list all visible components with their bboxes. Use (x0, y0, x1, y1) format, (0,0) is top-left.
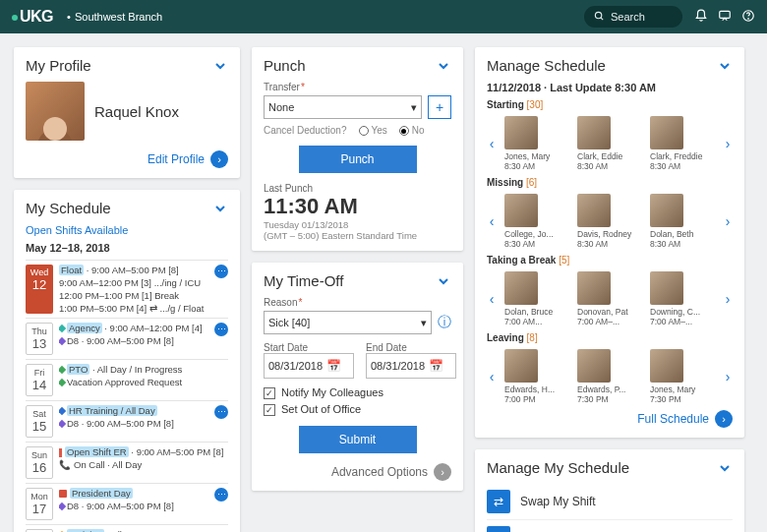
chevron-right-icon[interactable]: › (723, 213, 733, 229)
chevron-left-icon[interactable]: ‹ (487, 136, 497, 151)
mms-item[interactable]: ⇄Swap My Shift (487, 484, 733, 520)
day-chip: Sun16 (26, 446, 53, 479)
schedule-line: 1:00 PM–5:00 PM [4] ⇄ .../g / Float (59, 303, 208, 314)
punch-button[interactable]: Punch (299, 146, 417, 173)
branch-selector[interactable]: • Southwest Branch (67, 11, 162, 23)
submit-button[interactable]: Submit (299, 426, 417, 453)
schedule-line: D8 · 9:00 AM–5:00 PM [8] (59, 418, 208, 429)
search-input[interactable]: Search (584, 6, 682, 28)
last-punch-label: Last Punch (264, 183, 451, 194)
info-icon[interactable]: ⓘ (438, 314, 451, 331)
avatar (650, 271, 683, 305)
schedule-line: Open Shift ER · 9:00 AM–5:00 PM [8] (59, 446, 228, 457)
add-transfer-button[interactable]: + (428, 95, 451, 119)
my-schedule-card: My Schedule Open Shifts Available May 12… (14, 190, 240, 532)
avatar (504, 116, 538, 149)
schedule-range: May 12–18, 2018 (26, 242, 228, 254)
avatar (577, 194, 611, 227)
section-header: Leaving [8] (487, 332, 733, 343)
last-punch-time: 11:30 AM (264, 194, 451, 219)
card-title: Manage Schedule (487, 57, 606, 74)
schedule-line: Vacation Approved Request (59, 377, 228, 387)
avatar (650, 116, 683, 149)
schedule-line: President Day (59, 488, 208, 499)
help-icon[interactable] (741, 9, 755, 26)
employee-chip[interactable]: Jones, Mary8:30 AM (504, 116, 567, 171)
schedule-line: 12:00 PM–1:00 PM [1] Break (59, 290, 208, 301)
calendar-icon: 📅 (326, 359, 341, 373)
cancel-deduction-label: Cancel Deduction? (264, 125, 347, 136)
chevron-down-icon[interactable] (212, 58, 228, 74)
transfer-label: Transfer* (264, 82, 451, 92)
employee-chip[interactable]: Clark, Eddie8:30 AM (577, 116, 640, 171)
action-icon: ⇄ (487, 490, 510, 513)
more-icon[interactable]: ⋯ (214, 323, 228, 336)
page-title: My Profile (26, 57, 91, 74)
advanced-options-link[interactable]: Advanced Options › (264, 463, 451, 481)
schedule-line: HR Training / All Day (59, 405, 208, 416)
avatar (26, 82, 85, 141)
employee-chip[interactable]: Clark, Freddie8:30 AM (650, 116, 713, 171)
schedule-day[interactable]: Mon17President DayD8 · 9:00 AM–5:00 PM [… (26, 483, 228, 524)
more-icon[interactable]: ⋯ (214, 405, 228, 419)
more-icon[interactable]: ⋯ (214, 265, 228, 278)
employee-chip[interactable]: Downing, C...7:00 AM–... (650, 271, 713, 326)
notify-checkbox[interactable]: ✓Notify My Colleagues (264, 386, 451, 399)
chevron-down-icon[interactable] (212, 201, 228, 216)
schedule-day[interactable]: Sun16Open Shift ER · 9:00 AM–5:00 PM [8]… (26, 442, 228, 483)
ooo-checkbox[interactable]: ✓Set Out of Office (264, 403, 451, 416)
chevron-left-icon[interactable]: ‹ (487, 291, 497, 307)
chevron-down-icon[interactable] (436, 273, 451, 289)
last-punch-date: Tuesday 01/13/2018 (264, 219, 451, 230)
open-shifts-link[interactable]: Open Shifts Available (26, 224, 228, 236)
schedule-line: PTO · All Day / In Progress (59, 364, 228, 375)
feedback-icon[interactable] (718, 9, 732, 26)
employee-chip[interactable]: College, Jo...8:30 AM (504, 194, 567, 249)
start-date-input[interactable]: 08/31/2018📅 (264, 353, 354, 379)
employee-chip[interactable]: Donovan, Pat7:00 AM–... (577, 271, 640, 326)
employee-chip[interactable]: Dolan, Beth8:30 AM (650, 194, 713, 249)
chevron-left-icon[interactable]: ‹ (487, 213, 497, 229)
edit-profile-link[interactable]: Edit Profile › (26, 150, 228, 168)
radio-yes[interactable]: Yes (359, 125, 387, 136)
employee-chip[interactable]: Edwards, P...7:30 PM (577, 349, 640, 404)
reason-select[interactable]: Sick [40]▾ (264, 311, 432, 334)
chevron-right-icon[interactable]: › (723, 136, 733, 151)
end-date-input[interactable]: 08/31/2018📅 (366, 353, 456, 379)
transfer-select[interactable]: None▾ (264, 95, 422, 119)
chevron-down-icon[interactable] (717, 58, 733, 74)
schedule-day[interactable]: Sat15HR Training / All DayD8 · 9:00 AM–5… (26, 400, 228, 442)
radio-no[interactable]: No (399, 125, 425, 136)
schedule-line: Agency · 9:00 AM–12:00 PM [4] (59, 323, 208, 333)
full-schedule-link[interactable]: Full Schedule › (487, 410, 733, 428)
start-date-label: Start Date (264, 342, 354, 353)
more-icon[interactable]: ⋯ (214, 488, 228, 502)
chevron-down-icon[interactable] (436, 58, 451, 74)
chevron-left-icon[interactable]: ‹ (487, 369, 497, 384)
svg-rect-2 (720, 11, 731, 18)
bell-icon[interactable] (694, 9, 708, 26)
schedule-day[interactable]: Wed12Float · 9:00 AM–5:00 PM [8]9:00 AM–… (26, 260, 228, 318)
employee-chip[interactable]: Dolan, Bruce7:00 AM... (504, 271, 567, 326)
section-header: Taking a Break [5] (487, 255, 733, 266)
employee-chip[interactable]: Edwards, H...7:00 PM (504, 349, 567, 404)
chevron-down-icon[interactable] (717, 460, 733, 476)
employee-chip[interactable]: Jones, Mary7:30 PM (650, 349, 713, 404)
svg-line-1 (601, 17, 603, 19)
manage-my-schedule-card: Manage My Schedule ⇄Swap My Shift▦Cover … (475, 449, 744, 532)
schedule-day[interactable]: Fri14PTO · All Day / In ProgressVacation… (26, 359, 228, 400)
employee-chip[interactable]: Davis, Rodney8:30 AM (577, 194, 640, 249)
chevron-right-icon[interactable]: › (723, 369, 733, 384)
topbar: UKG • Southwest Branch Search (0, 0, 767, 33)
svg-point-0 (595, 12, 601, 18)
card-title: Manage My Schedule (487, 459, 629, 476)
mms-item[interactable]: ▦Cover My Shift (487, 520, 733, 532)
section-header: Starting [30] (487, 99, 733, 110)
action-icon: ▦ (487, 526, 510, 532)
schedule-day[interactable]: Tue18Training · All Day (26, 524, 228, 532)
schedule-day[interactable]: Thu13Agency · 9:00 AM–12:00 PM [4]D8 · 9… (26, 318, 228, 359)
section-header: Missing [6] (487, 177, 733, 188)
chevron-right-icon[interactable]: › (723, 291, 733, 307)
manage-subtitle: 11/12/2018 · Last Update 8:30 AM (487, 82, 733, 93)
card-title: My Time-Off (264, 272, 343, 289)
